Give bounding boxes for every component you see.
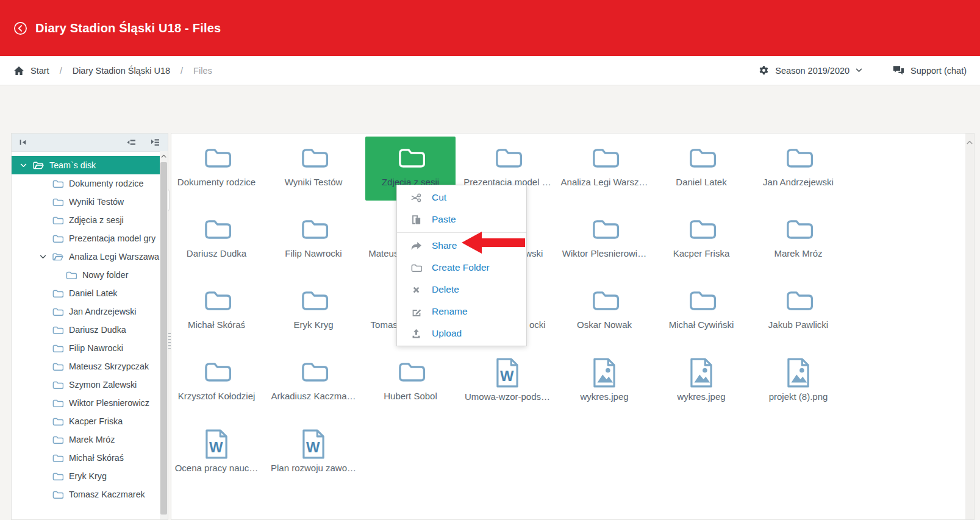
file-item[interactable]: W Arkadiusz Kaczma…	[268, 351, 359, 415]
file-item[interactable]: W Marek Mróz	[753, 208, 843, 272]
menu-item-create-folder[interactable]: Create Folder	[397, 257, 526, 279]
tree-item-label: Tomasz Kaczmarek	[69, 490, 145, 499]
file-item[interactable]: W Analiza Legi Warsz…	[559, 137, 649, 201]
back-circle-icon[interactable]	[13, 21, 27, 35]
tree-item-label: Dokumenty rodzice	[69, 179, 143, 188]
collapse-sidebar-icon[interactable]	[19, 138, 28, 146]
support-label: Support (chat)	[910, 66, 967, 76]
tree-item-label: Analiza Legi Warszawa	[69, 252, 159, 262]
season-selector[interactable]: Season 2019/2020	[759, 65, 862, 76]
menu-item-label: Rename	[432, 306, 468, 317]
collapse-all-icon[interactable]	[126, 138, 137, 146]
file-item[interactable]: W Wiktor Plesnierowi…	[559, 208, 649, 272]
tree-item[interactable]: Nowy folder	[12, 266, 160, 284]
folder-icon	[52, 416, 63, 426]
menu-item-cut[interactable]: Cut	[397, 187, 526, 208]
menu-item-label: Share	[432, 240, 457, 251]
folder-icon	[202, 285, 231, 314]
file-item[interactable]: W Filip Nawrocki	[268, 208, 359, 272]
tree-item[interactable]: Dokumenty rodzice	[12, 174, 160, 193]
tree-item[interactable]: Jan Andrzejewski	[12, 302, 160, 321]
file-item[interactable]: W Dariusz Dudka	[171, 208, 262, 272]
tree-item[interactable]: Analiza Legi Warszawa	[12, 248, 160, 266]
folder-icon	[65, 270, 77, 280]
tree-item[interactable]: Filip Nawrocki	[12, 339, 160, 357]
files-scrollbar[interactable]	[965, 134, 974, 519]
tree-item[interactable]: Michał Skóraś	[12, 449, 160, 467]
sidebar-scrollbar[interactable]	[160, 151, 168, 519]
folder-icon	[299, 213, 328, 243]
tree-item[interactable]: Mateusz Skrzypczak	[12, 357, 160, 376]
folder-icon	[590, 213, 619, 243]
tree-item[interactable]: Wiktor Plesnierowicz	[12, 394, 160, 412]
gear-icon	[759, 65, 769, 76]
folder-icon	[410, 263, 423, 272]
breadcrumb-start[interactable]: Start	[30, 66, 49, 76]
tree-item[interactable]: Kacper Friska	[12, 412, 160, 430]
tree-item[interactable]: Team`s disk	[12, 156, 160, 174]
file-item[interactable]: W Ocena pracy nauc…	[171, 422, 262, 486]
file-item-label: Filip Nawrocki	[285, 248, 342, 258]
tree-item[interactable]: Daniel Latek	[12, 284, 160, 302]
menu-item-upload[interactable]: Upload	[397, 322, 526, 344]
breadcrumb-files: Files	[193, 66, 212, 76]
file-item[interactable]: W Jakub Pawlicki	[753, 279, 843, 343]
file-item[interactable]: W Michał Skóraś	[171, 279, 262, 343]
folder-icon	[590, 285, 619, 314]
tree-item[interactable]: Dariusz Dudka	[12, 321, 160, 339]
tree-item[interactable]: Tomasz Kaczmarek	[12, 485, 160, 504]
menu-item-delete[interactable]: Delete	[397, 279, 526, 301]
file-item[interactable]: W projekt (8).png	[753, 351, 843, 415]
tree-item[interactable]: Eryk Kryg	[12, 467, 160, 485]
file-item[interactable]: W Plan rozwoju zawo…	[268, 422, 359, 486]
file-item[interactable]: W Krzysztof Kołodziej	[171, 351, 262, 415]
scrollbar-thumb[interactable]	[160, 162, 167, 515]
file-item[interactable]: W Hubert Sobol	[365, 351, 456, 415]
menu-item-label: Upload	[432, 328, 462, 339]
chevron-down-icon[interactable]	[40, 255, 46, 259]
file-toolbar: Team`s disk	[0, 85, 980, 133]
tree-item[interactable]: Prezentacja model gry	[12, 229, 160, 248]
file-item[interactable]: W Dokumenty rodzice	[171, 137, 262, 201]
tree-item[interactable]: Wyniki Testów	[12, 193, 160, 211]
file-item[interactable]: W wykres.jpeg	[656, 351, 746, 415]
topbar-actions: Season 2019/2020 Support (chat)	[759, 65, 967, 76]
folder-icon	[52, 453, 63, 463]
home-icon[interactable]	[13, 66, 24, 76]
file-item[interactable]: W Wyniki Testów	[268, 137, 359, 201]
file-item[interactable]: W Umowa-wzor-pods…	[462, 351, 553, 415]
chevron-down-icon[interactable]	[20, 163, 27, 168]
file-item[interactable]: W Daniel Latek	[656, 137, 746, 201]
file-item[interactable]: W Michał Cywiński	[656, 279, 746, 343]
support-chat-link[interactable]: Support (chat)	[893, 65, 967, 76]
folder-tree: Team`s disk Dokumenty rodzice	[12, 151, 160, 519]
page-title: Diary Stadion Śląski U18 - Files	[35, 21, 221, 35]
scroll-up-icon[interactable]	[965, 134, 974, 147]
expand-all-icon[interactable]	[150, 138, 160, 146]
word-document-icon: W	[301, 427, 326, 460]
tree-item[interactable]: Marek Mróz	[12, 430, 160, 449]
file-item[interactable]: W Eryk Kryg	[268, 279, 359, 343]
folder-icon	[32, 160, 44, 170]
file-item[interactable]: W Kacper Friska	[656, 208, 746, 272]
folder-icon	[52, 197, 63, 207]
file-item[interactable]: W wykres.jpeg	[559, 351, 649, 415]
file-item[interactable]: W Oskar Nowak	[559, 279, 649, 343]
scroll-up-icon[interactable]	[160, 151, 168, 161]
folder-icon	[52, 380, 63, 390]
svg-text:W: W	[500, 367, 514, 383]
file-item[interactable]: W Jan Andrzejewski	[753, 137, 843, 201]
menu-item-paste[interactable]: Paste	[397, 208, 526, 230]
menu-item-rename[interactable]: Rename	[397, 301, 526, 322]
file-item-label: Michał Cywiński	[669, 319, 734, 330]
files-panel: W Dokumenty rodzice W	[171, 133, 975, 520]
file-item-label: Jan Andrzejewski	[763, 177, 834, 187]
upload-icon	[410, 328, 423, 339]
folder-icon	[202, 142, 231, 171]
tree-item[interactable]: Szymon Zalewski	[12, 376, 160, 394]
breadcrumb-diary[interactable]: Diary Stadion Śląski U18	[73, 66, 170, 76]
tree-panel-header	[12, 134, 168, 152]
chevron-down-icon	[856, 68, 862, 73]
file-item-label: Ocena pracy nauc…	[175, 463, 259, 473]
tree-item[interactable]: Zdjęcia z sesji	[12, 211, 160, 229]
